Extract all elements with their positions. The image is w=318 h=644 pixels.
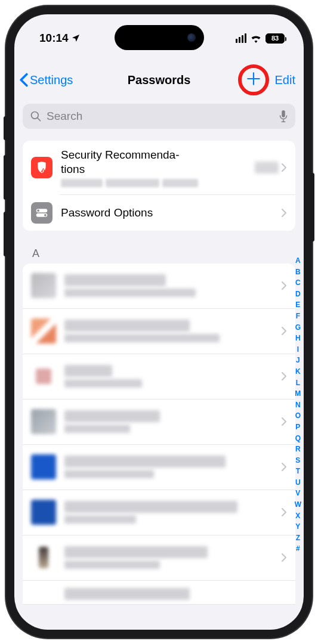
back-label: Settings xyxy=(30,73,73,87)
index-letter[interactable]: M xyxy=(295,388,301,400)
chevron-right-icon xyxy=(281,371,287,381)
index-letter[interactable]: F xyxy=(295,311,301,322)
shield-alert-icon xyxy=(31,157,53,178)
location-icon xyxy=(71,33,81,43)
redacted-count xyxy=(255,162,279,174)
password-entry[interactable] xyxy=(23,445,295,490)
password-entry[interactable] xyxy=(23,400,295,445)
index-letter[interactable]: K xyxy=(295,366,301,377)
index-letter[interactable]: U xyxy=(295,477,301,488)
redacted-text xyxy=(64,334,220,342)
redacted-text xyxy=(64,456,226,467)
site-favicon xyxy=(31,500,56,525)
chevron-right-icon xyxy=(281,417,287,426)
redacted-text xyxy=(162,179,198,187)
redacted-text xyxy=(64,320,190,332)
chevron-right-icon xyxy=(281,507,287,517)
index-letter[interactable]: C xyxy=(295,277,301,289)
password-entry[interactable] xyxy=(23,581,295,605)
svg-point-8 xyxy=(44,213,47,216)
password-entry[interactable] xyxy=(23,354,295,400)
index-letter[interactable]: V xyxy=(295,488,301,499)
volume-down-button xyxy=(4,212,7,256)
index-letter[interactable]: O xyxy=(295,410,301,422)
index-letter[interactable]: Q xyxy=(295,433,301,444)
redacted-text xyxy=(64,588,190,600)
index-letter[interactable]: P xyxy=(295,422,301,433)
password-options-label: Password Options xyxy=(61,206,273,220)
index-letter[interactable]: N xyxy=(295,400,301,411)
site-favicon xyxy=(31,454,56,479)
chevron-right-icon xyxy=(281,163,287,172)
index-letter[interactable]: R xyxy=(295,444,301,455)
password-options-row[interactable]: Password Options xyxy=(60,194,295,231)
search-icon xyxy=(30,110,42,122)
chevron-right-icon xyxy=(281,281,287,290)
back-button[interactable]: Settings xyxy=(19,73,73,87)
index-letter[interactable]: Y xyxy=(295,521,301,532)
index-letter[interactable]: W xyxy=(295,499,301,510)
index-letter[interactable]: S xyxy=(295,455,301,466)
redacted-text xyxy=(61,179,103,187)
section-header-a: A xyxy=(14,231,304,264)
site-favicon xyxy=(31,409,56,434)
svg-point-6 xyxy=(37,209,39,212)
alphabet-index[interactable]: ABCDEFGHIJKLMNOPQRSTUVWXYZ# xyxy=(295,255,301,555)
redacted-text xyxy=(64,365,112,377)
index-letter[interactable]: B xyxy=(295,267,301,278)
svg-rect-3 xyxy=(43,169,44,171)
svg-point-4 xyxy=(43,171,44,172)
redacted-text xyxy=(64,410,160,422)
password-entry[interactable] xyxy=(23,535,295,581)
security-recommendations-row[interactable]: Security Recommenda- tions xyxy=(23,141,295,194)
redacted-text xyxy=(64,561,160,569)
redacted-text xyxy=(64,379,142,388)
ringer-switch xyxy=(4,116,7,140)
password-entry[interactable] xyxy=(23,309,295,354)
mic-icon[interactable] xyxy=(279,110,288,123)
chevron-right-icon xyxy=(281,462,287,472)
redacted-text xyxy=(64,501,237,513)
index-letter[interactable]: I xyxy=(295,344,301,355)
status-time: 10:14 xyxy=(39,32,69,45)
battery-icon: 83 xyxy=(265,33,285,44)
index-letter[interactable]: J xyxy=(295,355,301,366)
site-favicon xyxy=(39,547,48,568)
redacted-text xyxy=(106,179,159,187)
password-entry[interactable] xyxy=(23,490,295,535)
site-favicon xyxy=(31,318,56,343)
chevron-right-icon xyxy=(281,553,287,562)
plus-icon xyxy=(246,71,261,86)
annotation-circle xyxy=(238,64,269,95)
index-letter[interactable]: X xyxy=(295,510,301,522)
search-input[interactable] xyxy=(47,110,274,123)
options-card: Security Recommenda- tions xyxy=(23,141,295,231)
index-letter[interactable]: D xyxy=(295,289,301,300)
index-letter[interactable]: T xyxy=(295,466,301,477)
index-letter[interactable]: E xyxy=(295,299,301,311)
password-list xyxy=(23,264,295,605)
index-letter[interactable]: H xyxy=(295,333,301,344)
password-entry[interactable] xyxy=(23,264,295,309)
index-letter[interactable]: A xyxy=(295,255,301,267)
chevron-right-icon xyxy=(281,208,287,218)
redacted-text xyxy=(64,515,136,524)
search-field[interactable] xyxy=(23,104,295,129)
screen: 10:14 83 Settings Passwords xyxy=(14,14,304,630)
edit-button[interactable]: Edit xyxy=(275,73,295,87)
chevron-right-icon xyxy=(281,326,287,336)
chevron-left-icon xyxy=(19,73,29,87)
add-button[interactable] xyxy=(246,70,261,89)
phone-frame: 10:14 83 Settings Passwords xyxy=(6,6,312,638)
dynamic-island xyxy=(115,25,204,50)
redacted-text xyxy=(64,470,154,478)
index-letter[interactable]: # xyxy=(295,543,301,555)
index-letter[interactable]: Z xyxy=(295,532,301,544)
site-favicon xyxy=(36,369,51,384)
index-letter[interactable]: L xyxy=(295,377,301,389)
power-button xyxy=(311,173,314,242)
toggles-icon xyxy=(31,202,53,224)
redacted-text xyxy=(64,274,166,286)
index-letter[interactable]: G xyxy=(295,322,301,333)
wifi-icon xyxy=(250,34,262,43)
